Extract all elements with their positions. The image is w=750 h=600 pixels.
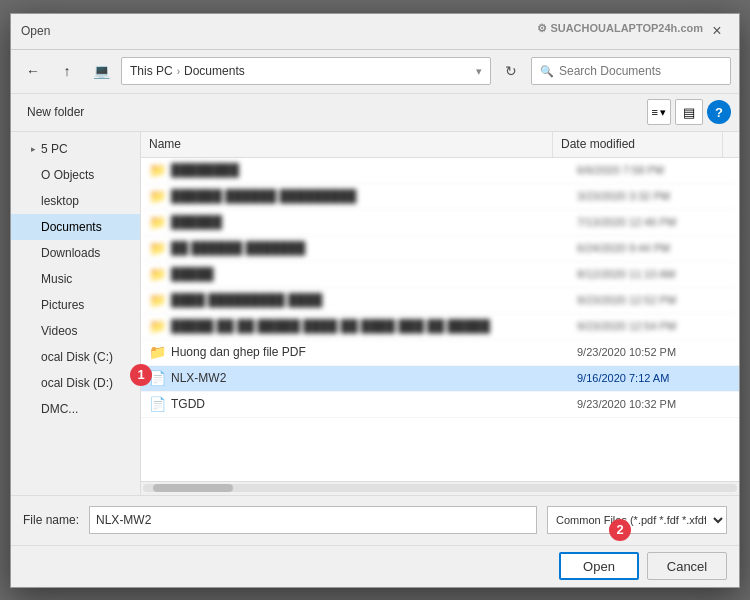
file-date: 9/23/2020 12:52 PM <box>569 294 739 306</box>
table-row[interactable]: 📁 █████ ██ ██ █████ ████ ██ ████ ███ ██ … <box>141 314 739 340</box>
file-date: 9/23/2020 10:52 PM <box>569 346 739 358</box>
sidebar-item-label: ocal Disk (C:) <box>41 350 113 364</box>
filename-input[interactable] <box>89 506 537 534</box>
computer-icon: 💻 <box>87 57 115 85</box>
title-bar: Open ⚙ SUACHOUALAPTOP24h.com × <box>11 14 739 50</box>
toolbar: New folder ≡ ▾ ▤ ? <box>11 94 739 132</box>
search-bar[interactable]: 🔍 <box>531 57 731 85</box>
file-name-text: NLX-MW2 <box>171 371 226 385</box>
sidebar-item-downloads[interactable]: Downloads <box>11 240 140 266</box>
file-name: 📁 █████ ██ ██ █████ ████ ██ ████ ███ ██ … <box>141 318 569 334</box>
sidebar-item-drive-c[interactable]: ocal Disk (C:) <box>11 344 140 370</box>
table-row[interactable]: 📁 Huong dan ghep file PDF 9/23/2020 10:5… <box>141 340 739 366</box>
toolbar-right: ≡ ▾ ▤ ? <box>647 99 731 125</box>
table-row[interactable]: 📁 ████ █████████ ████ 9/23/2020 12:52 PM <box>141 288 739 314</box>
view-dropdown[interactable]: ≡ ▾ <box>647 99 671 125</box>
filename-label: File name: <box>23 513 79 527</box>
folder-icon: 📁 <box>149 318 165 334</box>
close-button[interactable]: × <box>705 19 729 43</box>
sidebar-item-pictures[interactable]: Pictures <box>11 292 140 318</box>
file-name: 📁 Huong dan ghep file PDF <box>141 344 569 360</box>
sidebar-item-label: Music <box>41 272 72 286</box>
sidebar-item-pc[interactable]: ▸ 5 PC <box>11 136 140 162</box>
file-date: 3/23/2020 3:32 PM <box>569 190 739 202</box>
horizontal-scrollbar[interactable] <box>141 481 739 495</box>
folder-icon: 📁 <box>149 162 165 178</box>
search-input[interactable] <box>559 64 722 78</box>
watermark: ⚙ SUACHOUALAPTOP24h.com <box>537 22 703 35</box>
table-row[interactable]: 📄 TGDD 9/23/2020 10:32 PM <box>141 392 739 418</box>
refresh-button[interactable]: ↻ <box>497 57 525 85</box>
pdf-icon: 📄 <box>149 396 165 412</box>
action-bar: Open Cancel <box>11 545 739 587</box>
table-row[interactable]: 📁 ████████ 6/6/2020 7:58 PM <box>141 158 739 184</box>
file-name: 📄 NLX-MW2 <box>141 370 569 386</box>
cancel-button[interactable]: Cancel <box>647 552 727 580</box>
table-row[interactable]: 📁 ██████ ██████ █████████ 3/23/2020 3:32… <box>141 184 739 210</box>
file-date: 8/12/2020 11:10 AM <box>569 268 739 280</box>
breadcrumb-dropdown-arrow[interactable]: ▾ <box>476 65 482 78</box>
file-date: 6/6/2020 7:58 PM <box>569 164 739 176</box>
up-button[interactable]: ↑ <box>53 57 81 85</box>
breadcrumb[interactable]: This PC › Documents ▾ <box>121 57 491 85</box>
table-row[interactable]: 📁 ██████ 7/13/2020 12:46 PM <box>141 210 739 236</box>
toolbar-left: New folder <box>19 99 92 125</box>
sidebar-item-drive-d[interactable]: ocal Disk (D:) <box>11 370 140 396</box>
table-row[interactable]: 📁 █████ 8/12/2020 11:10 AM <box>141 262 739 288</box>
folder-icon: 📁 <box>149 266 165 282</box>
sidebar-item-label: Documents <box>41 220 102 234</box>
file-list[interactable]: 📁 ████████ 6/6/2020 7:58 PM 📁 ██████ ███… <box>141 158 739 481</box>
folder-icon: 📁 <box>149 214 165 230</box>
folder-icon: 📁 <box>149 240 165 256</box>
sidebar-expand-icon: ▸ <box>27 144 39 154</box>
pane-button[interactable]: ▤ <box>675 99 703 125</box>
help-button[interactable]: ? <box>707 100 731 124</box>
file-name: 📁 ██████ <box>141 214 569 230</box>
sidebar-item-music[interactable]: Music <box>11 266 140 292</box>
bottom-bar: File name: Common Files (*.pdf *.fdf *.x… <box>11 495 739 545</box>
table-row-nlx[interactable]: 📄 NLX-MW2 9/16/2020 7:12 AM <box>141 366 739 392</box>
main-area: ▸ 5 PC O Objects lesktop Documents Downl… <box>11 132 739 495</box>
scroll-thumb[interactable] <box>153 484 233 492</box>
sidebar-item-documents[interactable]: Documents <box>11 214 140 240</box>
sidebar-item-label: ocal Disk (D:) <box>41 376 113 390</box>
column-date[interactable]: Date modified <box>553 132 723 157</box>
table-row[interactable]: 📁 ██ ██████ ███████ 6/24/2020 9:44 PM <box>141 236 739 262</box>
scroll-track <box>143 484 737 492</box>
sidebar-item-desktop[interactable]: lesktop <box>11 188 140 214</box>
file-name: 📄 TGDD <box>141 396 569 412</box>
file-name-text: Huong dan ghep file PDF <box>171 345 306 359</box>
folder-icon: 📁 <box>149 344 165 360</box>
title-bar-left: Open <box>21 24 50 38</box>
column-name[interactable]: Name <box>141 132 553 157</box>
sidebar-item-objects[interactable]: O Objects <box>11 162 140 188</box>
sidebar-item-label: Videos <box>41 324 77 338</box>
file-name: 📁 █████ <box>141 266 569 282</box>
nav-bar: ← ↑ 💻 This PC › Documents ▾ ↻ 🔍 <box>11 50 739 94</box>
back-button[interactable]: ← <box>19 57 47 85</box>
sidebar-item-dmc[interactable]: DMC... <box>11 396 140 422</box>
sidebar-item-label: DMC... <box>41 402 78 416</box>
file-date: 7/13/2020 12:46 PM <box>569 216 739 228</box>
sidebar-item-label: 5 PC <box>41 142 68 156</box>
folder-icon: 📁 <box>149 188 165 204</box>
filetype-select[interactable]: Common Files (*.pdf *.fdf *.xfdf All Fil… <box>547 506 727 534</box>
sidebar-item-label: O Objects <box>41 168 94 182</box>
breadcrumb-chevron: › <box>177 66 180 77</box>
search-icon: 🔍 <box>540 65 554 78</box>
file-name-text: TGDD <box>171 397 205 411</box>
breadcrumb-this-pc: This PC <box>130 64 173 78</box>
file-date: 6/24/2020 9:44 PM <box>569 242 739 254</box>
new-folder-button[interactable]: New folder <box>19 99 92 125</box>
file-name: 📁 ██ ██████ ███████ <box>141 240 569 256</box>
sidebar-item-label: Downloads <box>41 246 100 260</box>
file-name: 📁 ████████ <box>141 162 569 178</box>
column-scroll <box>723 132 739 157</box>
file-name: 📁 ████ █████████ ████ <box>141 292 569 308</box>
file-date: 9/23/2020 12:54 PM <box>569 320 739 332</box>
sidebar-item-videos[interactable]: Videos <box>11 318 140 344</box>
file-date: 9/16/2020 7:12 AM <box>569 372 739 384</box>
file-date: 9/23/2020 10:32 PM <box>569 398 739 410</box>
open-button[interactable]: Open <box>559 552 639 580</box>
dialog-title: Open <box>21 24 50 38</box>
